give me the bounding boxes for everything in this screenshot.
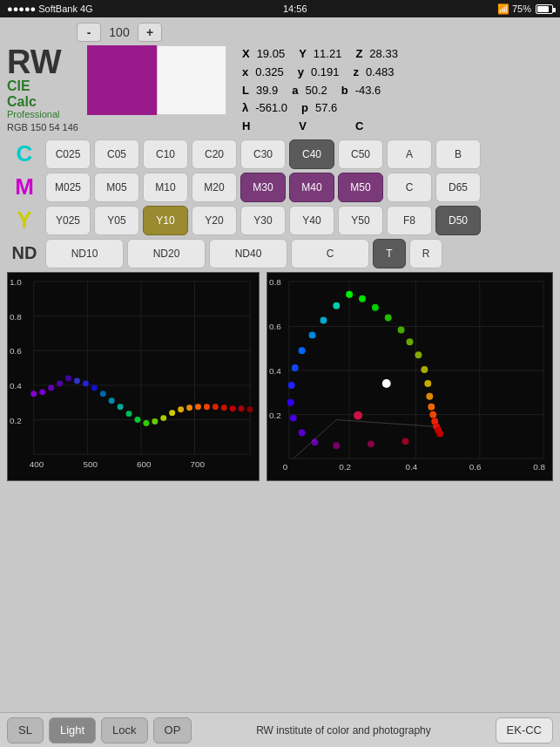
- svg-point-83: [333, 442, 340, 449]
- battery-icon: [536, 4, 553, 14]
- toolbar-info: RW institute of color and photography: [197, 724, 489, 737]
- svg-point-32: [134, 417, 140, 423]
- svg-text:0.8: 0.8: [10, 312, 22, 322]
- filter-btn-M50[interactable]: M50: [338, 173, 383, 202]
- filter-btn-Y20[interactable]: Y20: [192, 206, 237, 235]
- svg-text:500: 500: [83, 459, 98, 469]
- filter-btn-MC[interactable]: C: [387, 173, 432, 202]
- filter-btn-C30[interactable]: C30: [240, 139, 286, 169]
- metric-b-label: b: [341, 82, 348, 100]
- svg-text:0: 0: [283, 462, 288, 472]
- filter-btn-M10[interactable]: M10: [143, 173, 188, 202]
- metric-ysmall-label: y: [298, 64, 304, 82]
- filter-btn-M05[interactable]: M05: [94, 173, 139, 202]
- svg-point-31: [126, 411, 132, 417]
- swatch-white: [157, 45, 226, 115]
- filter-section: C C025 C05 C10 C20 C30 C40 C50 A B M M02…: [7, 139, 553, 268]
- color-swatches: [87, 45, 226, 115]
- stepper-minus-button[interactable]: -: [77, 23, 101, 42]
- filter-btn-R[interactable]: R: [409, 239, 442, 268]
- svg-text:0.6: 0.6: [469, 462, 482, 472]
- metric-L-label: L: [242, 82, 249, 100]
- toolbar-ekcc-button[interactable]: EK-CC: [496, 717, 553, 744]
- filter-btn-Y025[interactable]: Y025: [45, 206, 91, 235]
- filter-btn-C50[interactable]: C50: [338, 139, 383, 169]
- swatch-purple: [87, 45, 157, 115]
- svg-text:0.8: 0.8: [269, 277, 281, 287]
- svg-point-21: [39, 389, 45, 395]
- svg-text:0.6: 0.6: [269, 322, 281, 331]
- svg-point-84: [312, 438, 319, 445]
- filter-btn-F8[interactable]: F8: [387, 206, 432, 235]
- filter-btn-Y50[interactable]: Y50: [338, 206, 383, 235]
- filter-btn-T[interactable]: T: [373, 239, 406, 268]
- svg-text:600: 600: [137, 459, 152, 469]
- filter-btn-ND10[interactable]: ND10: [45, 239, 124, 268]
- filter-btn-M025[interactable]: M025: [45, 173, 91, 202]
- svg-point-37: [178, 406, 184, 412]
- svg-point-82: [368, 440, 374, 447]
- filter-btn-Y30[interactable]: Y30: [240, 206, 286, 235]
- stepper-value: 100: [106, 25, 132, 39]
- svg-point-71: [415, 351, 422, 358]
- svg-point-40: [204, 404, 210, 410]
- metrics-area: X 19.05 Y 11.21 Z 28.33 x 0.325 y 0.191 …: [242, 45, 398, 136]
- filter-btn-C10[interactable]: C10: [143, 139, 188, 169]
- metric-a-value: 50.2: [305, 82, 327, 100]
- svg-text:400: 400: [30, 459, 44, 469]
- filter-btn-NDC[interactable]: C: [291, 239, 369, 268]
- svg-point-93: [333, 302, 340, 309]
- stepper-plus-button[interactable]: +: [138, 23, 162, 42]
- filter-btn-C20[interactable]: C20: [192, 139, 237, 169]
- svg-text:0.2: 0.2: [10, 416, 22, 425]
- metric-Z-label: Z: [355, 45, 362, 64]
- filter-label-C: C: [7, 140, 42, 167]
- svg-point-73: [424, 380, 431, 387]
- filter-btn-D50[interactable]: D50: [435, 206, 481, 235]
- svg-text:0.8: 0.8: [533, 462, 545, 472]
- svg-point-89: [292, 364, 299, 371]
- logo-cie: CIE: [7, 78, 30, 94]
- filter-btn-B[interactable]: B: [435, 139, 481, 169]
- svg-point-20: [30, 390, 37, 397]
- filter-row-C: C C025 C05 C10 C20 C30 C40 C50 A B: [7, 139, 553, 169]
- svg-point-94: [382, 379, 391, 388]
- filter-btn-Y40[interactable]: Y40: [289, 206, 334, 235]
- toolbar-light-button[interactable]: Light: [49, 717, 96, 744]
- filter-btn-M20[interactable]: M20: [192, 173, 237, 202]
- filter-btn-ND40[interactable]: ND40: [209, 239, 287, 268]
- metric-Y-value: 11.21: [314, 45, 342, 64]
- svg-point-88: [288, 382, 295, 389]
- filter-btn-C40[interactable]: C40: [289, 139, 334, 169]
- svg-point-90: [299, 347, 306, 354]
- svg-point-85: [299, 429, 306, 436]
- svg-point-72: [421, 366, 428, 373]
- logo-area: RW CIE Calc Professional RGB 150 54 146: [7, 45, 78, 132]
- filter-btn-Y10[interactable]: Y10: [143, 206, 188, 235]
- metric-zsmall-value: 0.483: [366, 64, 395, 82]
- svg-point-74: [426, 393, 433, 400]
- toolbar-lock-button[interactable]: Lock: [101, 717, 147, 744]
- metric-H-value: [257, 118, 292, 136]
- filter-btn-D65[interactable]: D65: [435, 173, 481, 202]
- status-bar: ●●●●● SoftBank 4G 14:56 📶 75%: [0, 0, 560, 17]
- svg-point-26: [83, 380, 89, 386]
- filter-btn-A[interactable]: A: [387, 139, 432, 169]
- rgb-label: RGB 150 54 146: [7, 122, 78, 132]
- svg-point-24: [65, 375, 71, 381]
- toolbar-sl-button[interactable]: SL: [7, 717, 44, 744]
- filter-btn-ND20[interactable]: ND20: [127, 239, 206, 268]
- filter-btn-M30[interactable]: M30: [240, 173, 286, 202]
- filter-btn-Y05[interactable]: Y05: [94, 206, 139, 235]
- filter-btn-C025[interactable]: C025: [45, 139, 91, 169]
- metric-ysmall-value: 0.191: [311, 64, 340, 82]
- filter-label-ND: ND: [7, 243, 42, 263]
- filter-btn-M40[interactable]: M40: [289, 173, 334, 202]
- svg-point-42: [221, 404, 227, 411]
- toolbar-op-button[interactable]: OP: [153, 717, 192, 744]
- filter-btn-C05[interactable]: C05: [94, 139, 139, 169]
- svg-point-27: [91, 384, 98, 390]
- bottom-toolbar: SL Light Lock OP RW institute of color a…: [0, 712, 560, 747]
- svg-text:0.4: 0.4: [406, 462, 418, 472]
- svg-point-23: [57, 380, 63, 386]
